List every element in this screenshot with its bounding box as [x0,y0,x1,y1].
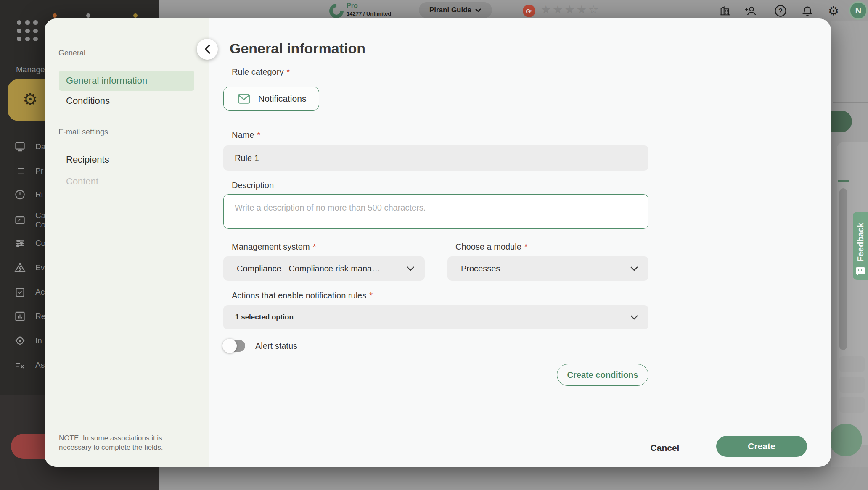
sliders-icon [14,238,26,249]
sidebar-section-label: Manage [16,65,45,74]
management-system-select[interactable]: Compliance - Compliance risk mana… [223,256,425,281]
required-marker: * [369,291,373,300]
nav-dot-gray [86,13,90,18]
help-icon[interactable]: ? [774,4,787,18]
chevron-down-icon [406,266,415,271]
background-tab-underline [838,180,849,182]
background-row [839,397,865,413]
target-icon [14,335,26,347]
toggle-knob [222,339,237,353]
chat-smiley-icon [856,267,865,274]
nav-item-general-information[interactable]: General information [59,71,194,91]
required-marker: * [286,67,290,76]
chevron-down-icon [630,266,638,271]
pirani-guide-button[interactable]: Pirani Guide [419,2,492,18]
nav-item-conditions[interactable]: Conditions [59,91,194,111]
warning-triangle-icon [14,262,26,274]
rule-category-label: Rule category* [232,67,290,77]
description-textarea[interactable] [223,194,648,229]
management-system-label: Management system* [232,242,316,252]
background-row [839,356,865,372]
card-icon [14,215,26,226]
feedback-tab[interactable]: Feedback [853,212,868,280]
nav-item-recipients[interactable]: Recipients [59,150,194,170]
mail-icon [237,93,251,104]
required-marker: * [257,130,260,140]
app-grid-icon[interactable] [17,20,39,42]
back-button[interactable] [197,39,218,60]
alert-status-toggle[interactable] [224,340,245,352]
background-divider [833,102,868,103]
screen: Pro 14277 / Unlimited Pirani Guide G2 ? … [0,0,868,490]
nav-item-content: Content [59,171,194,192]
background-bottom-strip [159,467,868,490]
name-input[interactable] [223,145,648,171]
create-conditions-button[interactable]: Create conditions [557,364,648,386]
chevron-down-icon [630,315,638,320]
actions-select[interactable]: 1 selected option [223,305,648,329]
star-icon [564,3,574,16]
background-fab-button [829,424,862,456]
create-button[interactable]: Create [716,436,807,457]
background-row [839,377,865,393]
list-x-icon [14,360,26,371]
settings-gear-icon[interactable]: ⚙ [827,4,840,18]
notification-rule-modal: General General information Conditions E… [45,18,831,467]
modal-nav-section-general: General [58,49,85,58]
name-label: Name* [232,130,260,140]
plan-name: Pro [347,2,358,10]
modal-nav-divider [59,122,194,122]
plan-usage: 14277 / Unlimited [347,11,391,17]
nav-dot-orange [53,13,57,18]
chevron-down-icon [475,8,482,12]
nav-dot-gold [133,13,138,18]
notifications-bell-icon[interactable] [801,4,814,18]
required-marker: * [313,242,316,251]
star-icon [577,3,587,16]
chevron-left-icon [204,45,211,54]
rule-category-value: Notifications [258,94,306,104]
module-select[interactable]: Processes [447,256,648,281]
list-icon [14,166,26,177]
pirani-logo-icon [326,1,347,21]
svg-text:?: ? [778,7,783,15]
modal-nav-section-email: E-mail settings [58,128,108,137]
alert-circle-icon [14,189,26,200]
feedback-label: Feedback [856,223,865,261]
page-title: General information [230,40,365,57]
rating-stars[interactable] [541,3,598,16]
rule-category-notifications-chip[interactable]: Notifications [223,87,319,111]
module-label: Choose a module* [455,242,528,252]
add-user-icon[interactable] [744,4,758,18]
avatar[interactable]: N [849,1,868,20]
star-icon [553,3,563,16]
gear-alert-icon: ⚙ [23,91,38,108]
star-outline-icon [588,3,598,16]
organization-icon[interactable] [718,4,732,18]
g2-rating-icon[interactable]: G2 [523,5,535,17]
pirani-guide-label: Pirani Guide [429,6,471,14]
modal-nav: General General information Conditions E… [45,18,209,467]
required-marker: * [524,242,528,251]
description-label: Description [232,181,274,190]
background-scrollbar[interactable] [839,188,847,350]
monitor-icon [14,141,26,153]
app-topbar: Pro 14277 / Unlimited Pirani Guide G2 ? … [159,0,868,21]
bar-chart-icon [14,311,26,322]
actions-label: Actions that enable notification rules* [232,291,373,300]
star-icon [541,3,551,16]
alert-status-label: Alert status [255,341,297,351]
cancel-button[interactable]: Cancel [642,438,688,458]
modal-note: NOTE: In some associations it is necessa… [59,434,173,453]
clipboard-check-icon [14,287,26,298]
